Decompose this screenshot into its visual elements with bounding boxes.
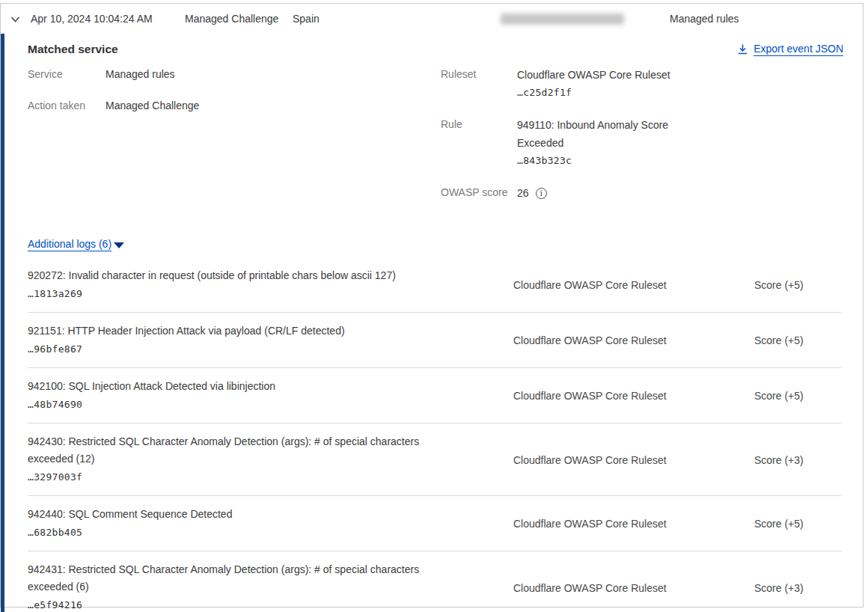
panel-title: Matched service — [28, 43, 118, 56]
field-rule: Rule 949110: Inbound Anomaly Score Excee… — [441, 116, 843, 170]
log-ruleset-name: Cloudflare OWASP Core Ruleset — [513, 267, 754, 303]
log-row: 942431: Restricted SQL Character Anomaly… — [28, 551, 842, 612]
download-icon — [737, 43, 748, 55]
log-rule-title: 942431: Restricted SQL Character Anomaly… — [28, 561, 465, 596]
ruleset-id: …c25d2f1f — [517, 84, 697, 102]
log-row: 921151: HTTP Header Injection Attack via… — [28, 313, 842, 368]
log-rule-title: 942100: SQL Injection Attack Detected vi… — [28, 378, 465, 395]
log-row: 942440: SQL Comment Sequence Detected …6… — [28, 496, 842, 551]
log-row: 942430: Restricted SQL Character Anomaly… — [28, 423, 842, 496]
log-rule-id: …682bb405 — [28, 524, 513, 542]
log-ruleset-name: Cloudflare OWASP Core Ruleset — [513, 433, 754, 486]
additional-logs-list: 920272: Invalid character in request (ou… — [28, 257, 842, 612]
log-score: Score (+5) — [754, 378, 842, 414]
log-rule-title: 921151: HTTP Header Injection Attack via… — [28, 322, 465, 340]
field-label: Ruleset — [441, 66, 517, 102]
log-rule-title: 942430: Restricted SQL Character Anomaly… — [28, 433, 465, 468]
owasp-score-value: 26 — [517, 184, 529, 202]
rule-name: 949110: Inbound Anomaly Score Exceeded — [517, 116, 697, 152]
chevron-down-icon[interactable] — [9, 13, 22, 25]
firewall-event-expanded-row: Apr 10, 2024 10:04:24 AM Managed Challen… — [0, 3, 864, 608]
log-ruleset-name: Cloudflare OWASP Core Ruleset — [513, 561, 754, 612]
log-score: Score (+5) — [754, 267, 842, 303]
field-label: Action taken — [28, 97, 106, 114]
field-action-taken: Action taken Managed Challenge — [28, 97, 441, 114]
event-detail-panel: Matched service Export event JSON Servic… — [1, 34, 863, 612]
log-score: Score (+3) — [754, 561, 842, 612]
export-event-json-link[interactable]: Export event JSON — [737, 43, 843, 56]
event-timestamp: Apr 10, 2024 10:04:24 AM — [31, 4, 153, 34]
triangle-down-icon — [114, 242, 124, 248]
log-rule-id: …3297003f — [28, 468, 513, 486]
log-score: Score (+5) — [754, 322, 842, 358]
field-service: Service Managed rules — [28, 66, 441, 82]
matched-service-grid: Service Managed rules Action taken Manag… — [28, 66, 843, 217]
log-row: 920272: Invalid character in request (ou… — [28, 257, 842, 313]
log-ruleset-name: Cloudflare OWASP Core Ruleset — [513, 506, 754, 542]
rule-id: …843b323c — [517, 152, 697, 170]
log-rule-id: …48b74690 — [28, 396, 513, 414]
event-country: Spain — [293, 4, 320, 34]
field-value: Managed Challenge — [106, 97, 199, 114]
log-rule-title: 942440: SQL Comment Sequence Detected — [28, 506, 465, 523]
field-value: Managed rules — [106, 66, 175, 82]
field-ruleset: Ruleset Cloudflare OWASP Core Ruleset …c… — [441, 66, 843, 102]
log-rule-title: 920272: Invalid character in request (ou… — [28, 267, 465, 284]
log-rule-id: …1813a269 — [28, 285, 513, 303]
log-score: Score (+3) — [754, 433, 842, 486]
field-owasp-score: OWASP score 26 i — [441, 184, 843, 202]
event-service: Managed rules — [670, 4, 739, 34]
ruleset-name: Cloudflare OWASP Core Ruleset — [517, 66, 697, 84]
event-row-header[interactable]: Apr 10, 2024 10:04:24 AM Managed Challen… — [1, 4, 863, 34]
log-row: 942100: SQL Injection Attack Detected vi… — [28, 368, 842, 423]
additional-logs-label: Additional logs (6) — [28, 238, 111, 251]
field-label: Service — [28, 66, 106, 82]
field-label: Rule — [441, 116, 517, 170]
redacted-value — [501, 13, 624, 25]
event-action: Managed Challenge — [185, 4, 278, 34]
export-link-label: Export event JSON — [754, 43, 843, 56]
info-icon[interactable]: i — [536, 188, 547, 199]
log-score: Score (+5) — [754, 506, 842, 542]
log-ruleset-name: Cloudflare OWASP Core Ruleset — [513, 378, 754, 414]
field-label: OWASP score — [441, 184, 517, 202]
log-rule-id: …e5f94216 — [28, 596, 513, 612]
log-ruleset-name: Cloudflare OWASP Core Ruleset — [513, 322, 754, 358]
additional-logs-toggle[interactable]: Additional logs (6) — [28, 238, 124, 251]
log-rule-id: …96bfe867 — [28, 340, 513, 358]
